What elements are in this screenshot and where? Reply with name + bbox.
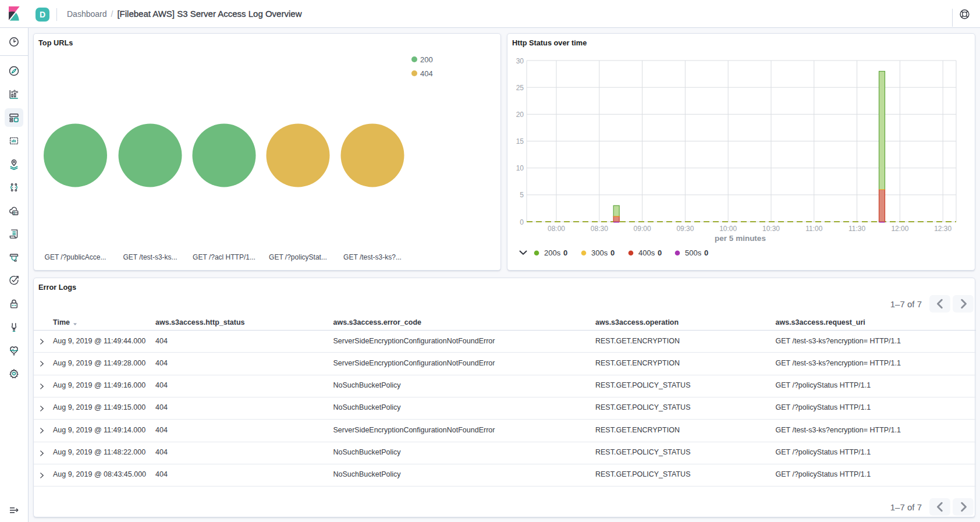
- svg-text:400s: 400s: [638, 248, 655, 257]
- svg-text:10:00: 10:00: [719, 225, 737, 233]
- svg-text:10:30: 10:30: [762, 225, 780, 233]
- svg-text:11:30: 11:30: [848, 225, 865, 233]
- svg-text:09:00: 09:00: [634, 225, 651, 233]
- svg-text:per 5 minutes: per 5 minutes: [715, 234, 766, 243]
- svg-text:25: 25: [516, 84, 524, 92]
- svg-text:09:30: 09:30: [676, 225, 694, 233]
- svg-text:11:00: 11:00: [805, 225, 822, 233]
- svg-text:08:30: 08:30: [591, 225, 608, 233]
- svg-text:12:30: 12:30: [934, 225, 951, 233]
- svg-text:15: 15: [516, 137, 524, 145]
- svg-text:10: 10: [516, 164, 524, 172]
- svg-text:12:00: 12:00: [891, 225, 908, 233]
- svg-text:5: 5: [520, 191, 524, 199]
- svg-text:0: 0: [610, 248, 615, 257]
- svg-text:20: 20: [516, 111, 524, 119]
- svg-text:0: 0: [520, 218, 524, 226]
- svg-text:08:00: 08:00: [548, 225, 565, 233]
- svg-text:200s: 200s: [544, 248, 561, 257]
- svg-text:0: 0: [563, 248, 567, 257]
- svg-text:500s: 500s: [685, 248, 702, 257]
- svg-text:0: 0: [704, 248, 708, 257]
- svg-text:30: 30: [516, 57, 524, 65]
- svg-text:0: 0: [658, 248, 662, 257]
- svg-text:300s: 300s: [591, 248, 608, 257]
